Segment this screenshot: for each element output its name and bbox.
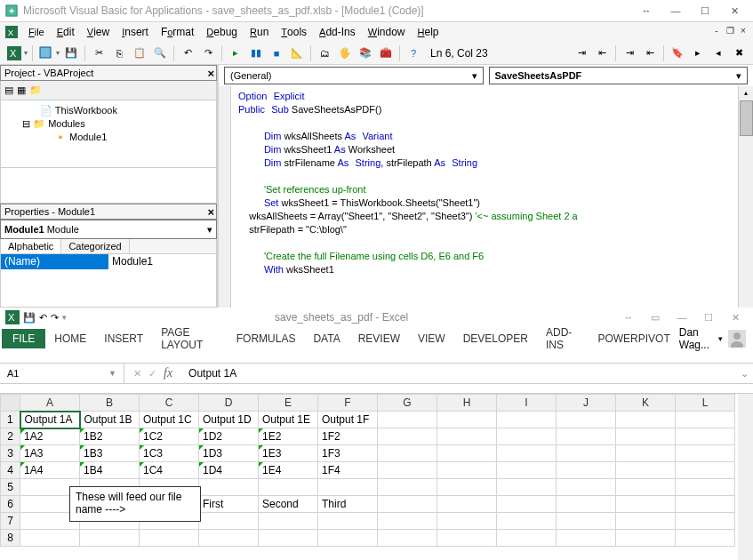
cell[interactable]: Output 1B <box>80 412 140 428</box>
col-header[interactable]: I <box>497 395 557 412</box>
cell[interactable] <box>437 479 497 496</box>
cell[interactable]: 1E2 <box>259 428 318 445</box>
select-all-corner[interactable] <box>1 395 20 412</box>
indent2-icon[interactable]: ⇥ <box>621 44 638 62</box>
menu-tools[interactable]: Tools <box>276 24 312 40</box>
cell[interactable] <box>80 530 140 547</box>
project-tree[interactable]: 📄 ThisWorkbook ⊟ 📁 Modules 🔸 Module1 <box>0 100 217 168</box>
help-icon[interactable]: ? <box>405 44 422 62</box>
cell[interactable] <box>259 479 318 496</box>
cell[interactable] <box>378 412 437 428</box>
col-header[interactable]: K <box>616 395 676 412</box>
insert-module-icon[interactable] <box>37 44 55 62</box>
row-header[interactable]: 6 <box>1 496 20 513</box>
ribbon-tab-file[interactable]: FILE <box>2 329 45 348</box>
cell[interactable] <box>437 530 497 547</box>
cell[interactable] <box>378 462 437 479</box>
col-header[interactable]: H <box>437 395 497 412</box>
cell[interactable] <box>676 513 735 530</box>
cell[interactable] <box>497 513 557 530</box>
copy-icon[interactable]: ⎘ <box>110 44 128 62</box>
cell[interactable] <box>616 530 676 547</box>
properties-grid[interactable]: (Name) Module1 <box>0 254 217 308</box>
row-header[interactable]: 2 <box>1 428 20 445</box>
cell[interactable]: 1B3 <box>80 445 140 462</box>
row-header[interactable]: 1 <box>1 412 20 428</box>
row-header[interactable]: 7 <box>1 513 20 530</box>
cell[interactable]: 1A4 <box>20 462 80 479</box>
cell[interactable] <box>437 496 497 513</box>
ribbon-tab-addins[interactable]: ADD-INS <box>537 323 589 355</box>
insert-function-icon[interactable]: fx <box>164 366 172 380</box>
xl-close-icon[interactable]: ✕ <box>723 309 748 325</box>
cell[interactable]: 1C4 <box>140 462 199 479</box>
close-icon[interactable]: ✕ <box>721 2 748 20</box>
cell[interactable] <box>378 428 437 445</box>
cell[interactable] <box>676 445 735 462</box>
ribbon-tab-developer[interactable]: DEVELOPER <box>454 329 537 348</box>
col-header[interactable]: L <box>676 395 735 412</box>
tree-module1[interactable]: 🔸 Module1 <box>4 131 212 144</box>
cell[interactable]: Output 1A <box>20 412 80 428</box>
cell[interactable] <box>676 479 735 496</box>
cell[interactable] <box>140 530 199 547</box>
spreadsheet-grid[interactable]: A B C D E F G H I J K L 1Output 1AOutput… <box>0 394 735 547</box>
row-header[interactable]: 3 <box>1 445 20 462</box>
tree-thisworkbook[interactable]: 📄 ThisWorkbook <box>4 104 212 117</box>
cell[interactable] <box>318 513 378 530</box>
find-icon[interactable]: 🔍 <box>151 44 169 62</box>
cell[interactable] <box>557 496 616 513</box>
mdi-minimize-icon[interactable]: - <box>710 24 723 36</box>
row-header[interactable]: 8 <box>1 530 20 547</box>
user-avatar-icon[interactable] <box>728 330 746 348</box>
ribbon-options-icon[interactable]: ▭ <box>643 309 668 325</box>
cell[interactable] <box>437 428 497 445</box>
menu-edit[interactable]: Edit <box>52 24 80 40</box>
cell[interactable] <box>557 428 616 445</box>
col-header[interactable]: A <box>20 395 80 412</box>
menu-insert[interactable]: Insert <box>116 24 154 40</box>
cell[interactable] <box>557 445 616 462</box>
cell[interactable]: 1C3 <box>140 445 199 462</box>
ribbon-tab-insert[interactable]: INSERT <box>95 329 152 348</box>
comment-callout[interactable]: These will feed our file name ----> <box>69 486 201 522</box>
cell[interactable]: 1D4 <box>199 462 259 479</box>
cell[interactable] <box>616 445 676 462</box>
formula-input[interactable]: Output 1A <box>181 367 735 380</box>
ribbon-tab-pagelayout[interactable]: PAGE LAYOUT <box>152 323 228 355</box>
excel-jump-icon[interactable]: X <box>5 26 18 38</box>
save-icon[interactable]: 💾 <box>62 44 80 62</box>
menu-addins[interactable]: Add-Ins <box>314 24 361 40</box>
cell[interactable] <box>676 428 735 445</box>
cell[interactable]: 1A2 <box>20 428 80 445</box>
folder-toggle-icon[interactable]: 📁 <box>29 84 42 96</box>
indent-icon[interactable]: ⇥ <box>573 44 590 62</box>
cell[interactable]: Output 1C <box>140 412 199 428</box>
cell[interactable] <box>557 530 616 547</box>
prop-name-value[interactable]: Module1 <box>108 254 216 269</box>
code-vscrollbar[interactable]: ▴ <box>738 86 753 308</box>
cell[interactable] <box>378 530 437 547</box>
cell[interactable]: 1F4 <box>318 462 378 479</box>
col-header[interactable]: C <box>140 395 199 412</box>
cell[interactable] <box>557 513 616 530</box>
cell[interactable] <box>259 530 318 547</box>
cell[interactable] <box>676 496 735 513</box>
code-object-combo[interactable]: (General)▾ <box>224 67 484 84</box>
paste-icon[interactable]: 📋 <box>131 44 148 62</box>
ribbon-tab-formulas[interactable]: FORMULAS <box>228 329 305 348</box>
run-icon[interactable]: ▸ <box>227 44 244 62</box>
properties-panel-close-icon[interactable]: × <box>207 205 214 219</box>
tab-categorized[interactable]: Categorized <box>61 239 129 253</box>
cell[interactable]: Output 1D <box>199 412 259 428</box>
cell[interactable] <box>616 496 676 513</box>
prev-bookmark-icon[interactable]: ◂ <box>709 44 727 62</box>
cell[interactable] <box>676 530 735 547</box>
view-excel-icon[interactable]: X <box>5 44 23 62</box>
maximize-icon[interactable]: ☐ <box>692 2 718 20</box>
cell[interactable] <box>676 462 735 479</box>
cell[interactable] <box>20 530 80 547</box>
cell[interactable]: 1B2 <box>80 428 140 445</box>
cell[interactable]: Second <box>259 496 318 513</box>
properties-icon[interactable]: 🖐 <box>336 44 354 62</box>
